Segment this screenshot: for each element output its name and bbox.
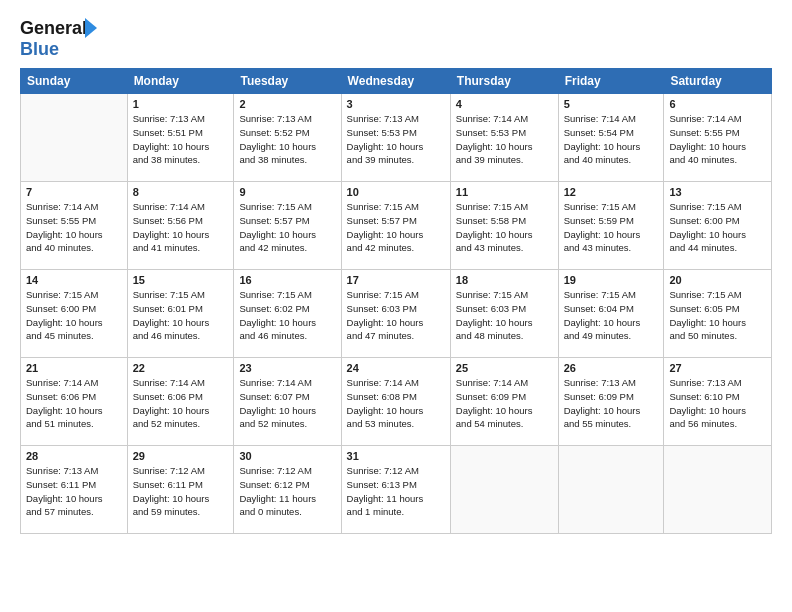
col-header-friday: Friday [558, 69, 664, 94]
day-info: Sunrise: 7:14 AMSunset: 5:55 PMDaylight:… [26, 200, 122, 255]
day-cell: 26Sunrise: 7:13 AMSunset: 6:09 PMDayligh… [558, 358, 664, 446]
page: General Blue SundayMondayTuesdayWednesda… [0, 0, 792, 612]
day-info: Sunrise: 7:15 AMSunset: 6:03 PMDaylight:… [456, 288, 553, 343]
day-cell: 15Sunrise: 7:15 AMSunset: 6:01 PMDayligh… [127, 270, 234, 358]
day-number: 26 [564, 362, 659, 374]
day-number: 18 [456, 274, 553, 286]
day-cell: 27Sunrise: 7:13 AMSunset: 6:10 PMDayligh… [664, 358, 772, 446]
day-cell: 28Sunrise: 7:13 AMSunset: 6:11 PMDayligh… [21, 446, 128, 534]
day-info: Sunrise: 7:13 AMSunset: 5:53 PMDaylight:… [347, 112, 445, 167]
day-number: 22 [133, 362, 229, 374]
day-cell: 21Sunrise: 7:14 AMSunset: 6:06 PMDayligh… [21, 358, 128, 446]
calendar-header-row: SundayMondayTuesdayWednesdayThursdayFrid… [21, 69, 772, 94]
logo-blue-label: Blue [20, 39, 59, 60]
col-header-sunday: Sunday [21, 69, 128, 94]
day-cell: 20Sunrise: 7:15 AMSunset: 6:05 PMDayligh… [664, 270, 772, 358]
day-number: 3 [347, 98, 445, 110]
day-info: Sunrise: 7:13 AMSunset: 6:11 PMDaylight:… [26, 464, 122, 519]
day-cell: 9Sunrise: 7:15 AMSunset: 5:57 PMDaylight… [234, 182, 341, 270]
day-info: Sunrise: 7:14 AMSunset: 6:08 PMDaylight:… [347, 376, 445, 431]
day-info: Sunrise: 7:13 AMSunset: 5:52 PMDaylight:… [239, 112, 335, 167]
day-info: Sunrise: 7:14 AMSunset: 5:54 PMDaylight:… [564, 112, 659, 167]
day-info: Sunrise: 7:15 AMSunset: 5:59 PMDaylight:… [564, 200, 659, 255]
day-cell: 31Sunrise: 7:12 AMSunset: 6:13 PMDayligh… [341, 446, 450, 534]
col-header-tuesday: Tuesday [234, 69, 341, 94]
day-number: 29 [133, 450, 229, 462]
day-cell: 11Sunrise: 7:15 AMSunset: 5:58 PMDayligh… [450, 182, 558, 270]
day-number: 30 [239, 450, 335, 462]
svg-marker-0 [85, 18, 97, 38]
day-cell: 18Sunrise: 7:15 AMSunset: 6:03 PMDayligh… [450, 270, 558, 358]
week-row-4: 21Sunrise: 7:14 AMSunset: 6:06 PMDayligh… [21, 358, 772, 446]
day-cell [21, 94, 128, 182]
day-info: Sunrise: 7:15 AMSunset: 6:04 PMDaylight:… [564, 288, 659, 343]
day-info: Sunrise: 7:13 AMSunset: 6:09 PMDaylight:… [564, 376, 659, 431]
day-cell: 5Sunrise: 7:14 AMSunset: 5:54 PMDaylight… [558, 94, 664, 182]
day-info: Sunrise: 7:15 AMSunset: 5:58 PMDaylight:… [456, 200, 553, 255]
day-cell: 14Sunrise: 7:15 AMSunset: 6:00 PMDayligh… [21, 270, 128, 358]
day-info: Sunrise: 7:13 AMSunset: 5:51 PMDaylight:… [133, 112, 229, 167]
day-number: 28 [26, 450, 122, 462]
day-number: 8 [133, 186, 229, 198]
logo-arrow [85, 18, 97, 38]
day-cell: 6Sunrise: 7:14 AMSunset: 5:55 PMDaylight… [664, 94, 772, 182]
day-number: 2 [239, 98, 335, 110]
day-number: 16 [239, 274, 335, 286]
header: General Blue [20, 18, 772, 60]
day-number: 20 [669, 274, 766, 286]
day-info: Sunrise: 7:15 AMSunset: 5:57 PMDaylight:… [239, 200, 335, 255]
day-info: Sunrise: 7:12 AMSunset: 6:13 PMDaylight:… [347, 464, 445, 519]
day-number: 6 [669, 98, 766, 110]
day-cell: 10Sunrise: 7:15 AMSunset: 5:57 PMDayligh… [341, 182, 450, 270]
day-number: 14 [26, 274, 122, 286]
day-cell [558, 446, 664, 534]
day-number: 1 [133, 98, 229, 110]
col-header-saturday: Saturday [664, 69, 772, 94]
day-cell: 12Sunrise: 7:15 AMSunset: 5:59 PMDayligh… [558, 182, 664, 270]
week-row-3: 14Sunrise: 7:15 AMSunset: 6:00 PMDayligh… [21, 270, 772, 358]
day-cell: 7Sunrise: 7:14 AMSunset: 5:55 PMDaylight… [21, 182, 128, 270]
day-cell [450, 446, 558, 534]
logo: General Blue [20, 18, 87, 60]
day-cell: 17Sunrise: 7:15 AMSunset: 6:03 PMDayligh… [341, 270, 450, 358]
day-number: 4 [456, 98, 553, 110]
calendar-table: SundayMondayTuesdayWednesdayThursdayFrid… [20, 68, 772, 534]
col-header-wednesday: Wednesday [341, 69, 450, 94]
day-info: Sunrise: 7:12 AMSunset: 6:12 PMDaylight:… [239, 464, 335, 519]
day-number: 13 [669, 186, 766, 198]
day-info: Sunrise: 7:15 AMSunset: 6:03 PMDaylight:… [347, 288, 445, 343]
day-cell: 29Sunrise: 7:12 AMSunset: 6:11 PMDayligh… [127, 446, 234, 534]
day-cell: 8Sunrise: 7:14 AMSunset: 5:56 PMDaylight… [127, 182, 234, 270]
day-info: Sunrise: 7:13 AMSunset: 6:10 PMDaylight:… [669, 376, 766, 431]
day-cell: 16Sunrise: 7:15 AMSunset: 6:02 PMDayligh… [234, 270, 341, 358]
day-info: Sunrise: 7:15 AMSunset: 6:01 PMDaylight:… [133, 288, 229, 343]
day-info: Sunrise: 7:14 AMSunset: 6:07 PMDaylight:… [239, 376, 335, 431]
day-info: Sunrise: 7:15 AMSunset: 6:00 PMDaylight:… [26, 288, 122, 343]
day-number: 24 [347, 362, 445, 374]
day-cell: 4Sunrise: 7:14 AMSunset: 5:53 PMDaylight… [450, 94, 558, 182]
day-number: 19 [564, 274, 659, 286]
day-cell [664, 446, 772, 534]
day-cell: 3Sunrise: 7:13 AMSunset: 5:53 PMDaylight… [341, 94, 450, 182]
day-cell: 1Sunrise: 7:13 AMSunset: 5:51 PMDaylight… [127, 94, 234, 182]
day-number: 11 [456, 186, 553, 198]
week-row-1: 1Sunrise: 7:13 AMSunset: 5:51 PMDaylight… [21, 94, 772, 182]
day-info: Sunrise: 7:14 AMSunset: 5:56 PMDaylight:… [133, 200, 229, 255]
col-header-thursday: Thursday [450, 69, 558, 94]
day-info: Sunrise: 7:15 AMSunset: 6:00 PMDaylight:… [669, 200, 766, 255]
day-cell: 19Sunrise: 7:15 AMSunset: 6:04 PMDayligh… [558, 270, 664, 358]
day-number: 17 [347, 274, 445, 286]
day-number: 9 [239, 186, 335, 198]
day-info: Sunrise: 7:15 AMSunset: 6:02 PMDaylight:… [239, 288, 335, 343]
day-cell: 22Sunrise: 7:14 AMSunset: 6:06 PMDayligh… [127, 358, 234, 446]
day-number: 25 [456, 362, 553, 374]
day-info: Sunrise: 7:12 AMSunset: 6:11 PMDaylight:… [133, 464, 229, 519]
day-number: 7 [26, 186, 122, 198]
day-number: 12 [564, 186, 659, 198]
day-info: Sunrise: 7:15 AMSunset: 6:05 PMDaylight:… [669, 288, 766, 343]
day-info: Sunrise: 7:14 AMSunset: 6:09 PMDaylight:… [456, 376, 553, 431]
day-cell: 13Sunrise: 7:15 AMSunset: 6:00 PMDayligh… [664, 182, 772, 270]
day-info: Sunrise: 7:14 AMSunset: 6:06 PMDaylight:… [26, 376, 122, 431]
day-number: 21 [26, 362, 122, 374]
day-number: 15 [133, 274, 229, 286]
